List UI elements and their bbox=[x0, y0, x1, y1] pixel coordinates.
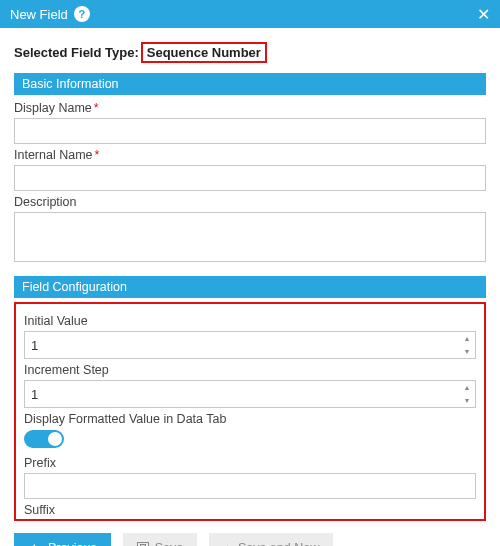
chevron-down-icon[interactable]: ▼ bbox=[459, 345, 475, 358]
display-name-label: Display Name* bbox=[14, 101, 486, 115]
chevron-up-icon[interactable]: ▲ bbox=[459, 381, 475, 394]
save-and-new-button-label: Save and New bbox=[238, 541, 319, 546]
formatted-toggle-label: Display Formatted Value in Data Tab bbox=[24, 412, 476, 426]
titlebar: New Field ? ✕ bbox=[0, 0, 500, 28]
footer: Previous Save + Save and New bbox=[0, 521, 500, 546]
initial-value-label: Initial Value bbox=[24, 314, 476, 328]
selected-field-type-value: Sequence Number bbox=[141, 42, 267, 63]
formatted-value-toggle[interactable] bbox=[24, 430, 64, 448]
display-name-input[interactable] bbox=[14, 118, 486, 144]
increment-step-label: Increment Step bbox=[24, 363, 476, 377]
selected-field-type-row: Selected Field Type: Sequence Number bbox=[14, 42, 486, 63]
save-icon bbox=[137, 542, 149, 546]
initial-value-spinner[interactable]: ▲ ▼ bbox=[459, 332, 475, 358]
field-configuration-box: Initial Value ▲ ▼ Increment Step ▲ ▼ Dis… bbox=[14, 302, 486, 521]
required-asterisk: * bbox=[94, 101, 99, 115]
selected-field-type-label: Selected Field Type: bbox=[14, 45, 139, 60]
internal-name-label: Internal Name* bbox=[14, 148, 486, 162]
initial-value-input[interactable] bbox=[24, 331, 476, 359]
description-label: Description bbox=[14, 195, 486, 209]
previous-button[interactable]: Previous bbox=[14, 533, 111, 546]
save-button[interactable]: Save bbox=[123, 533, 198, 546]
save-button-label: Save bbox=[155, 541, 184, 546]
suffix-label: Suffix bbox=[24, 503, 476, 517]
increment-step-input[interactable] bbox=[24, 380, 476, 408]
plus-icon: + bbox=[223, 541, 232, 547]
previous-button-label: Previous bbox=[48, 541, 97, 546]
save-and-new-button[interactable]: + Save and New bbox=[209, 533, 333, 546]
close-icon[interactable]: ✕ bbox=[477, 5, 490, 24]
prefix-input[interactable] bbox=[24, 473, 476, 499]
increment-step-spinner[interactable]: ▲ ▼ bbox=[459, 381, 475, 407]
chevron-down-icon[interactable]: ▼ bbox=[459, 394, 475, 407]
section-field-configuration: Field Configuration bbox=[14, 276, 486, 298]
description-textarea[interactable] bbox=[14, 212, 486, 262]
dialog-title: New Field bbox=[10, 7, 68, 22]
internal-name-input[interactable] bbox=[14, 165, 486, 191]
required-asterisk: * bbox=[95, 148, 100, 162]
section-basic-information: Basic Information bbox=[14, 73, 486, 95]
prefix-label: Prefix bbox=[24, 456, 476, 470]
chevron-up-icon[interactable]: ▲ bbox=[459, 332, 475, 345]
toggle-knob bbox=[48, 432, 62, 446]
help-icon[interactable]: ? bbox=[74, 6, 90, 22]
